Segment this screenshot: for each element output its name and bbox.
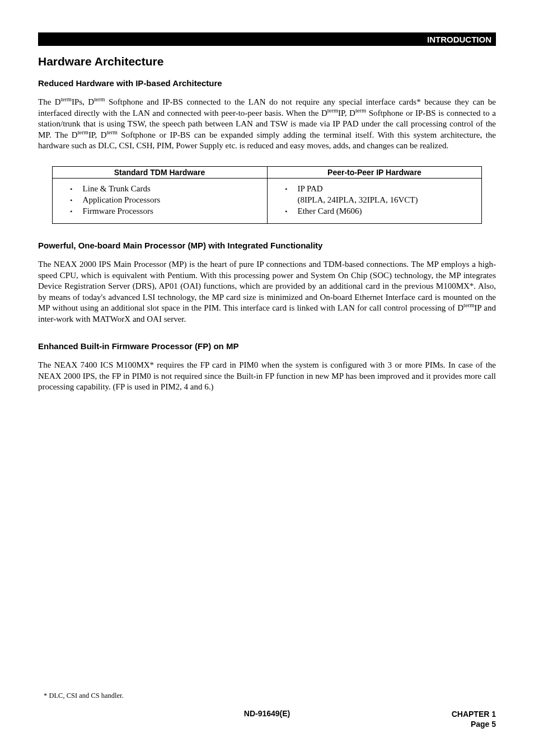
list-item-sub: (8IPLA, 24IPLA, 32IPLA, 16VCT) (273, 194, 476, 205)
hardware-comparison-table: Standard TDM Hardware Peer-to-Peer IP Ha… (52, 166, 483, 224)
section1-paragraph: The DtermIPs, Dterm Softphone and IP-BS … (38, 97, 496, 152)
superscript: term (61, 96, 72, 102)
table-header-row: Standard TDM Hardware Peer-to-Peer IP Ha… (52, 166, 482, 178)
list-item: Line & Trunk Cards (71, 183, 261, 194)
section3-paragraph: The NEAX 7400 ICS M100MX* requires the F… (38, 360, 496, 393)
section3-heading: Enhanced Built-in Firmware Processor (FP… (38, 341, 496, 351)
section-main-processor: Powerful, One-board Main Processor (MP) … (38, 241, 496, 325)
section-reduced-hardware: Reduced Hardware with IP-based Architect… (38, 78, 496, 224)
footer-chapter: CHAPTER 1 (343, 709, 496, 719)
superscript: term (355, 107, 366, 114)
text: The NEAX 2000 IPS Main Processor (MP) is… (38, 260, 496, 312)
cell-ip: IP PAD (8IPLA, 24IPLA, 32IPLA, 16VCT) Et… (267, 178, 482, 224)
footer-left (38, 709, 191, 729)
text: IP, D (88, 130, 107, 139)
col-header-ip: Peer-to-Peer IP Hardware (267, 166, 482, 178)
section-firmware-processor: Enhanced Built-in Firmware Processor (FP… (38, 341, 496, 393)
superscript: term (107, 129, 118, 135)
page-title: Hardware Architecture (38, 55, 496, 68)
col-header-tdm: Standard TDM Hardware (52, 166, 267, 178)
text: The D (38, 97, 61, 106)
footnote: * DLC, CSI and CS handler. (44, 692, 124, 700)
text: IP, D (338, 109, 355, 118)
text: IPs, D (72, 97, 94, 106)
section2-paragraph: The NEAX 2000 IPS Main Processor (MP) is… (38, 259, 496, 325)
table-row: Line & Trunk Cards Application Processor… (52, 178, 482, 224)
section1-heading: Reduced Hardware with IP-based Architect… (38, 78, 496, 88)
footer-doc-id: ND-91649(E) (191, 709, 344, 729)
footer-right: CHAPTER 1 Page 5 (343, 709, 496, 729)
list-item: Firmware Processors (71, 205, 261, 217)
cell-tdm: Line & Trunk Cards Application Processor… (52, 178, 267, 224)
superscript: term (78, 129, 88, 135)
footer-page: Page 5 (343, 719, 496, 729)
banner-text: INTRODUCTION (427, 35, 491, 44)
header-banner: INTRODUCTION (38, 32, 496, 46)
list-item: Ether Card (M606) (285, 205, 476, 217)
superscript: term (94, 96, 105, 102)
superscript: term (463, 302, 474, 308)
page-footer: ND-91649(E) CHAPTER 1 Page 5 (38, 709, 496, 729)
list-item: Application Processors (71, 194, 261, 205)
section2-heading: Powerful, One-board Main Processor (MP) … (38, 241, 496, 250)
superscript: term (327, 107, 338, 114)
list-item: IP PAD (285, 183, 476, 194)
